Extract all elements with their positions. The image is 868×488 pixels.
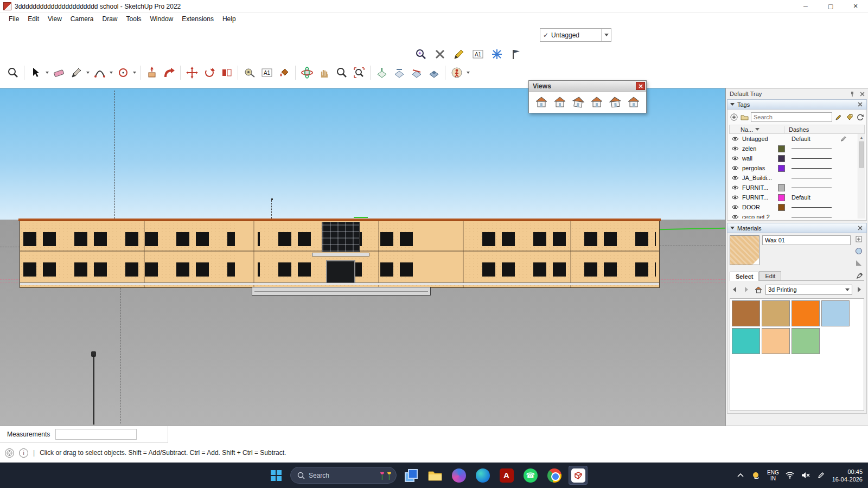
pencil-icon[interactable] [839,136,848,142]
tags-scrollbar[interactable]: ▲ [858,134,865,219]
material-preview-thumbnail[interactable] [730,235,760,265]
chevron-down-icon[interactable] [601,29,611,41]
tag-dashes-cell[interactable]: Default [787,136,837,142]
minimize-button[interactable]: ─ [793,0,818,13]
edit-tag-pencil-icon[interactable] [834,113,843,122]
visibility-eye-icon[interactable] [730,165,740,171]
zoom-tool-2[interactable] [333,64,350,81]
tag-dashes-cell[interactable] [787,217,837,217]
create-material-icon[interactable] [855,235,863,244]
tag-color-swatch[interactable] [778,194,785,201]
cross-tool[interactable] [431,46,448,63]
zoom-photo-tool[interactable] [412,46,429,63]
tag-row[interactable]: FURNIT... Default [729,192,865,202]
section-display-tool[interactable] [391,64,407,81]
freehand-pencil-tool[interactable] [450,46,467,63]
line-dropdown-caret[interactable] [85,64,91,81]
visibility-eye-icon[interactable] [730,136,740,142]
tag-dashes-cell[interactable] [787,188,837,188]
tag-color-swatch[interactable] [778,155,785,162]
eyedropper-icon[interactable] [854,271,864,280]
material-collection-dropdown[interactable]: 3d Printing [765,285,852,295]
tag-dashes-cell[interactable] [787,178,837,178]
tape-measure-tool[interactable] [241,64,258,81]
material-swatch[interactable] [762,300,790,326]
zoom-tool[interactable] [4,64,21,81]
sketchup-app-icon[interactable] [569,466,588,485]
dimension-tool[interactable]: A1 [258,64,275,81]
circle-tool[interactable] [114,64,131,81]
menu-item[interactable]: File [4,14,23,24]
forward-arrow-icon[interactable] [742,285,751,294]
move-tool[interactable] [183,64,200,81]
view-button[interactable] [588,94,605,109]
help-info-icon[interactable]: i [19,448,28,458]
select-dropdown-caret[interactable] [44,64,50,81]
search-highlight-tulips-icon[interactable] [379,471,393,480]
blue-asterisk-tool[interactable] [488,46,505,63]
tag-row[interactable]: pergolas [729,163,865,173]
tag-row[interactable]: zelen [729,144,865,153]
column-name-header[interactable]: Na... [730,126,784,133]
tag-color-swatch[interactable] [778,184,785,191]
weather-tray-icon[interactable] [751,471,761,480]
visibility-eye-icon[interactable] [730,146,740,151]
tag-dashes-cell[interactable]: Default [787,194,837,201]
tags-search-input[interactable] [751,112,832,122]
whatsapp-app-icon[interactable]: ☎ [521,466,540,485]
tag-color-swatch[interactable] [778,165,785,172]
menu-item[interactable]: Window [146,14,178,24]
add-tag-icon[interactable] [729,113,738,122]
visibility-eye-icon[interactable] [730,195,740,200]
taskbar-clock[interactable]: 00:45 16-04-2026 [832,468,863,483]
dimension-a1-tool[interactable]: A1 [469,46,486,63]
windows-ink-pen-icon[interactable] [816,471,826,480]
view-button[interactable] [570,94,586,109]
material-swatch[interactable] [792,300,820,326]
collapse-triangle-icon[interactable] [730,227,735,232]
circle-dropdown-caret[interactable] [132,64,137,81]
tag-row[interactable]: ceco net 2 [729,212,865,219]
view-button[interactable] [625,94,642,109]
menu-item[interactable]: Draw [98,14,122,24]
orbit-tool[interactable] [298,64,315,81]
chrome-app-icon[interactable] [545,466,564,485]
edge-app-icon[interactable] [473,466,492,485]
maximize-button[interactable]: ▢ [818,0,843,13]
eraser-tool[interactable] [50,64,67,81]
material-swatch[interactable] [732,300,760,326]
material-swatch[interactable] [762,328,790,354]
school-building-model[interactable] [20,219,660,288]
select-tool[interactable] [27,64,44,81]
tag-label-icon[interactable] [845,113,854,122]
visibility-eye-icon[interactable] [730,175,740,181]
material-swatch[interactable] [792,328,820,354]
material-name-field[interactable] [762,235,851,245]
back-arrow-icon[interactable] [730,285,739,294]
arc-tool[interactable] [91,64,108,81]
collapse-triangle-icon[interactable] [730,103,735,108]
menu-item[interactable]: View [43,14,66,24]
file-explorer-app-icon[interactable] [425,466,444,485]
tags-close-icon[interactable] [856,101,864,108]
materials-close-icon[interactable] [856,224,864,232]
taskbar-search-box[interactable]: Search [290,467,397,484]
tag-dashes-cell[interactable] [787,168,837,169]
language-indicator[interactable]: ENG IN [767,470,779,481]
paint-bucket-tool[interactable] [276,64,292,81]
line-tool[interactable] [68,64,85,81]
menu-item[interactable]: Help [218,14,240,24]
menu-item[interactable]: Edit [23,14,43,24]
tag-row[interactable]: FURNIT... [729,183,865,192]
menu-item[interactable]: Camera [66,14,98,24]
start-button[interactable] [267,466,285,485]
materials-panel-header[interactable]: Materials [727,223,867,233]
view-button[interactable] [533,94,550,109]
pan-tool[interactable] [316,64,333,81]
follow-me-tool[interactable] [161,64,177,81]
geolocation-status-icon[interactable] [5,448,14,458]
volume-mute-icon[interactable] [801,471,810,480]
purge-tags-icon[interactable] [856,113,865,122]
menu-item[interactable]: Tools [122,14,146,24]
views-panel-titlebar[interactable]: Views [529,81,646,92]
